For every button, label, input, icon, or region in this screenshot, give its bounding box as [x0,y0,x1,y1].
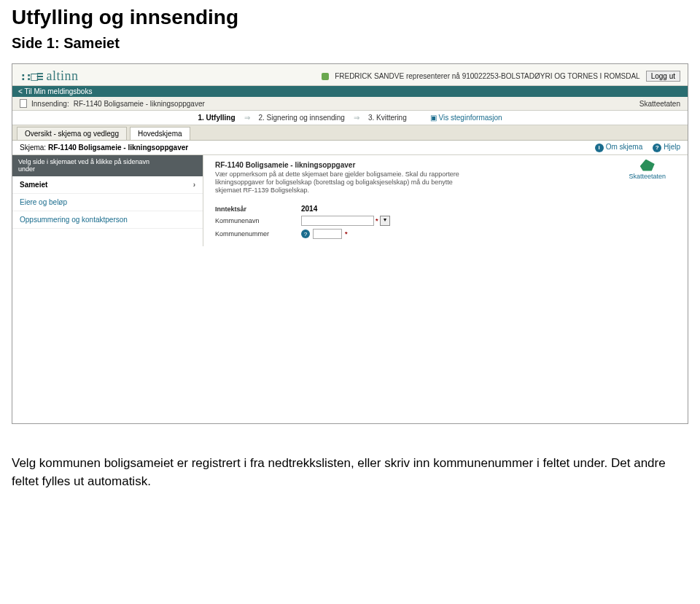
logo-icon: ::□≡ [20,69,42,83]
field-label-year: Inntektsår [215,205,295,213]
step-1: 1. Utfylling [198,114,235,122]
schema-label: Skjema: [20,144,46,152]
field-label-kommunenavn: Kommunenavn [215,217,295,224]
info-icon: i [595,144,604,152]
back-bar: < Til Min meldingsboks [12,86,688,97]
arrow-icon: ⇒ [354,114,359,122]
help-link[interactable]: ?Hjelp [653,143,680,152]
app-frame: ::□≡ altinn FREDRICK SANDVE representere… [12,63,688,424]
help-icon: ? [653,144,661,152]
content-row: Velg side i skjemaet ved å klikke på sid… [12,155,688,247]
field-help-icon[interactable]: ? [301,230,310,238]
dropdown-button[interactable]: ▾ [380,216,390,226]
form-title: RF-1140 Boligsameie - likningsoppgaver [215,161,676,169]
tabs-bar: Oversikt - skjema og vedlegg Hovedskjema [12,125,688,141]
agency-right: Skatteetaten [639,100,680,108]
sending-bar: Innsending: RF-1140 Boligsameie - liknin… [12,97,688,111]
step-3: 3. Kvittering [368,114,407,122]
field-label-kommunenummer: Kommunenummer [215,230,295,238]
step-2: 2. Signering og innsending [259,114,345,122]
step-info-link[interactable]: ▣ Vis steginformasjon [430,114,502,122]
agency-logo-icon [640,160,655,171]
main-pane: Skatteetaten RF-1140 Boligsameie - likni… [203,155,688,247]
kommunenummer-input[interactable] [313,229,342,239]
doc-paragraph: Velg kommunen boligsameiet er registrert… [0,442,700,503]
sidebar-item-label: Oppsummering og kontaktperson [20,216,128,224]
schema-bar: Skjema: RF-1140 Boligsameie - likningsop… [12,141,688,155]
doc-title: Utfylling og innsending [0,0,700,32]
doc-subtitle: Side 1: Sameiet [0,32,700,63]
tab-main[interactable]: Hovedskjema [130,127,190,140]
field-value-year: 2014 [301,205,317,213]
field-year: Inntektsår 2014 [215,203,676,214]
kommunenavn-input[interactable] [301,216,374,226]
required-mark: * [376,217,378,224]
tab-overview[interactable]: Oversikt - skjema og vedlegg [17,127,127,140]
agency-name: Skatteetaten [629,173,666,180]
person-icon [322,73,329,80]
sending-label: Innsending: [31,100,69,108]
schema-title: RF-1140 Boligsameie - likningsoppgaver [48,144,188,152]
sidebar-item-eiere[interactable]: Eiere og beløp [12,194,203,211]
steps-bar: 1. Utfylling ⇒ 2. Signering og innsendin… [12,111,688,125]
logo-text: altinn [47,68,79,84]
required-mark: * [345,230,348,238]
sidebar-item-sameiet[interactable]: Sameiet › [12,176,203,194]
sidebar-item-label: Sameiet [20,181,47,189]
document-icon [20,99,27,108]
sidebar-item-oppsummering[interactable]: Oppsummering og kontaktperson [12,211,203,229]
field-kommunenavn: Kommunenavn * ▾ [215,214,676,227]
sidebar-head: Velg side i skjemaet ved å klikke på sid… [12,155,203,177]
field-kommunenummer: Kommunenummer ? * [215,227,676,240]
back-link[interactable]: < Til Min meldingsboks [18,87,92,95]
logo[interactable]: ::□≡ altinn [20,68,79,84]
agency-block: Skatteetaten [629,160,666,180]
topbar: ::□≡ altinn FREDRICK SANDVE representere… [12,64,688,86]
sidebar-item-label: Eiere og beløp [20,198,67,206]
arrow-icon: ⇒ [244,114,250,122]
user-representation: FREDRICK SANDVE representerer nå 9100222… [335,72,639,80]
chevron-right-icon: › [193,181,195,189]
sending-title: RF-1140 Boligsameie - likningsoppgaver [74,100,205,108]
form-note: Vær oppmerksom på at dette skjemaet bare… [215,170,478,195]
sidebar: Velg side i skjemaet ved å klikke på sid… [12,155,203,247]
logout-button[interactable]: Logg ut [646,71,680,82]
about-schema-link[interactable]: iOm skjema [595,143,643,152]
